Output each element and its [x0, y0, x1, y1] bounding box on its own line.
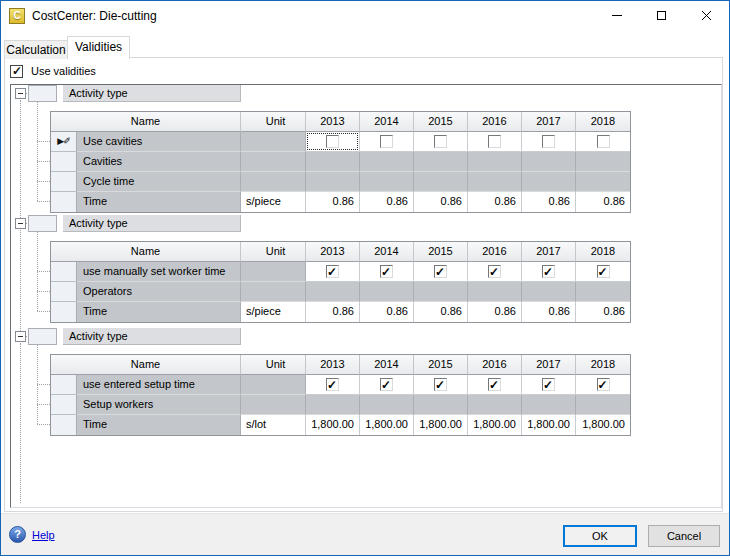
tree-line [37, 161, 50, 162]
row-selector[interactable] [51, 415, 77, 435]
value-cell[interactable]: 1,800.00 [360, 415, 414, 435]
collapse-toggle-icon[interactable] [15, 331, 26, 342]
value-cell[interactable]: 0.86 [576, 302, 630, 322]
row-selector[interactable]: ▶✐ [51, 132, 77, 152]
titlebar: C CostCenter: Die-cutting [1, 1, 729, 31]
row-selector[interactable] [51, 192, 77, 212]
grid-checkbox[interactable] [380, 378, 393, 391]
grid-checkbox[interactable] [326, 378, 339, 391]
close-icon [701, 10, 712, 21]
empty-cell [522, 282, 576, 302]
checkbox-cell [468, 132, 522, 152]
value-cell[interactable]: 1,800.00 [468, 415, 522, 435]
grid-checkbox[interactable] [542, 265, 555, 278]
tree-line [37, 201, 50, 202]
tree-line [20, 230, 21, 331]
row-selector[interactable] [51, 302, 77, 322]
name-cell: Cycle time [77, 172, 241, 192]
grid-checkbox[interactable] [597, 135, 610, 148]
caption-buttons [594, 1, 729, 30]
grid-checkbox[interactable] [542, 378, 555, 391]
grid-checkbox[interactable] [434, 265, 447, 278]
validities-grid: Activity typeNameUnit2013201420152016201… [10, 84, 722, 508]
checkbox-cell [306, 262, 360, 282]
unit-cell [241, 152, 306, 172]
grid-checkbox[interactable] [434, 135, 447, 148]
ok-button[interactable]: OK [563, 525, 637, 547]
checkbox-cell [306, 132, 360, 152]
grid-checkbox[interactable] [488, 265, 501, 278]
column-header-year: 2018 [576, 242, 630, 262]
value-cell[interactable]: 0.86 [468, 302, 522, 322]
help-link[interactable]: Help [32, 529, 55, 541]
table-row: Times/lot1,800.001,800.001,800.001,800.0… [51, 415, 630, 435]
tree-line [37, 291, 50, 292]
close-button[interactable] [684, 1, 729, 30]
grid-checkbox[interactable] [542, 135, 555, 148]
value-cell[interactable]: 0.86 [306, 192, 360, 212]
empty-cell [468, 152, 522, 172]
row-selector[interactable] [51, 395, 77, 415]
tab-validities[interactable]: Validities [67, 36, 130, 59]
maximize-icon [657, 11, 666, 20]
empty-cell [576, 395, 630, 415]
value-cell[interactable]: 0.86 [576, 192, 630, 212]
value-cell[interactable]: 0.86 [360, 192, 414, 212]
name-cell: Operators [77, 282, 241, 302]
table-row: Setup workers [51, 395, 630, 415]
value-cell[interactable]: 1,800.00 [306, 415, 360, 435]
checkbox-cell [414, 132, 468, 152]
help-icon: ? [9, 526, 26, 543]
name-cell: Use cavities [77, 132, 241, 152]
value-cell[interactable]: 1,800.00 [576, 415, 630, 435]
section-row-header[interactable] [28, 85, 57, 102]
value-cell[interactable]: 1,800.00 [522, 415, 576, 435]
cancel-button[interactable]: Cancel [648, 525, 720, 547]
value-cell[interactable]: 0.86 [468, 192, 522, 212]
grid-checkbox[interactable] [326, 135, 339, 148]
column-header-year: 2015 [414, 242, 468, 262]
empty-cell [360, 395, 414, 415]
row-selector[interactable] [51, 375, 77, 395]
collapse-toggle-icon[interactable] [15, 88, 26, 99]
table-header-row: NameUnit201320142015201620172018 [51, 112, 630, 132]
value-cell[interactable]: 0.86 [360, 302, 414, 322]
row-selector[interactable] [51, 262, 77, 282]
checkbox-cell [414, 375, 468, 395]
activity-table: NameUnit201320142015201620172018use manu… [50, 241, 631, 323]
row-selector[interactable] [51, 172, 77, 192]
grid-checkbox[interactable] [488, 135, 501, 148]
value-cell[interactable]: 0.86 [522, 302, 576, 322]
grid-checkbox[interactable] [434, 378, 447, 391]
grid-checkbox[interactable] [380, 135, 393, 148]
grid-checkbox[interactable] [326, 265, 339, 278]
grid-checkbox[interactable] [380, 265, 393, 278]
value-cell[interactable]: 1,800.00 [414, 415, 468, 435]
collapse-toggle-icon[interactable] [15, 218, 26, 229]
tree-line [37, 102, 38, 201]
value-cell[interactable]: 0.86 [414, 302, 468, 322]
tab-calculation[interactable]: Calculation [4, 40, 68, 59]
value-cell[interactable]: 0.86 [414, 192, 468, 212]
tree-line [37, 384, 50, 385]
grid-checkbox[interactable] [597, 378, 610, 391]
row-selector[interactable] [51, 152, 77, 172]
unit-cell [241, 282, 306, 302]
grid-checkbox[interactable] [597, 265, 610, 278]
value-cell[interactable]: 0.86 [306, 302, 360, 322]
use-validities-checkbox[interactable]: Use validities [10, 63, 96, 79]
empty-cell [306, 282, 360, 302]
column-header-year: 2017 [522, 355, 576, 375]
grid-checkbox[interactable] [488, 378, 501, 391]
value-cell[interactable]: 0.86 [522, 192, 576, 212]
maximize-button[interactable] [639, 1, 684, 30]
empty-cell [576, 152, 630, 172]
section-row-header[interactable] [28, 215, 57, 232]
row-selector[interactable] [51, 282, 77, 302]
section-title-bar: Activity type [63, 215, 241, 232]
minimize-button[interactable] [594, 1, 639, 30]
section-row-header[interactable] [28, 328, 57, 345]
empty-cell [360, 172, 414, 192]
empty-cell [306, 395, 360, 415]
unit-cell [241, 172, 306, 192]
